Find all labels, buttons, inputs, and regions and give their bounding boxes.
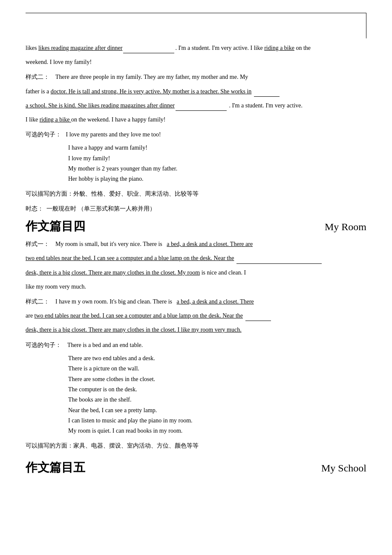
aspects-room-text: 可以描写的方面：家具、电器、摆设、室内活动、方位、颜色等等 bbox=[26, 440, 366, 451]
optional-family-section: 可选的句子： I love my parents and they love m… bbox=[26, 129, 366, 184]
optional-family-label: 可选的句子： bbox=[26, 131, 61, 138]
top-line2: weekend. I love my family! bbox=[26, 57, 366, 67]
style2-room-line3: desk, there is a big closet. There are m… bbox=[26, 324, 366, 335]
optional-room-label-line: 可选的句子： There is a bed and an end table. bbox=[26, 340, 366, 350]
bed-desk-underline: a bed, a desk and a closet. There are bbox=[167, 241, 253, 247]
optional-room-item8: My room is quiet. I can read books in my… bbox=[68, 426, 366, 436]
optional-room-items: There are two end tables and a desk. The… bbox=[68, 354, 366, 436]
blank1 bbox=[123, 53, 174, 53]
style2-room-section: 样式二： I have m y own room. It's big and c… bbox=[26, 296, 366, 335]
right-border bbox=[366, 13, 366, 38]
chapter4-header: 作文篇目四 My Room bbox=[26, 218, 366, 234]
style2-family-section: 样式二： There are three people in my family… bbox=[26, 72, 366, 125]
optional-room-item2: There is a picture on the wall. bbox=[68, 364, 366, 373]
style1-room-line4: like my room very much. bbox=[26, 281, 366, 292]
top-border bbox=[26, 13, 366, 13]
bed-desk-underline2: a bed, a desk and a closet. There bbox=[177, 298, 254, 305]
closet-underline2: desk, there is a big closet. There are m… bbox=[26, 327, 242, 333]
aspects-family-label: 可以描写的方面： bbox=[26, 191, 73, 197]
closet-underline: desk, there is a big closet. There are m… bbox=[26, 269, 200, 276]
style1-room-section: 样式一： My room is small, but it's very nic… bbox=[26, 239, 366, 292]
optional-room-label: 可选的句子： bbox=[26, 342, 61, 348]
tense-label: 时态： bbox=[26, 205, 43, 212]
aspects-room-section: 可以描写的方面：家具、电器、摆设、室内活动、方位、颜色等等 bbox=[26, 440, 366, 451]
style2-family-line3: a school. She is kind. She likes reading… bbox=[26, 100, 366, 111]
chapter5-title-cn: 作文篇目五 bbox=[26, 460, 85, 476]
optional-family-item4: Her hobby is playing the piano. bbox=[68, 174, 366, 184]
style2-family-line1: 样式二： There are three people in my family… bbox=[26, 72, 366, 82]
doctor-underline: doctor. He is tall and strong. He is ver… bbox=[51, 88, 252, 95]
style1-room-label: 样式一： bbox=[26, 241, 49, 247]
aspects-family-section: 可以描写的方面：外貌、性格、爱好、职业、周末活动、比较等等 bbox=[26, 188, 366, 199]
end-tables-underline2: two end tables near the bed. I can see a… bbox=[35, 312, 243, 319]
optional-room-item3: There are some clothes in the closet. bbox=[68, 375, 366, 384]
style2-room-label: 样式二： bbox=[26, 298, 49, 305]
optional-room-section: 可选的句子： There is a bed and an end table. … bbox=[26, 340, 366, 436]
top-line1: likes likes reading magazine after dinne… bbox=[26, 43, 366, 53]
blank3 bbox=[176, 110, 227, 111]
style2-family-label: 样式二： bbox=[26, 74, 49, 80]
tense-section: 时态： 一般现在时 （单三形式和第一人称并用） bbox=[26, 203, 366, 214]
on-the-text: on the bbox=[294, 45, 311, 51]
style2-family-line4: I like riding a bike on the weekend. I h… bbox=[26, 114, 366, 125]
school-underline: a school. She is kind. She likes reading… bbox=[26, 102, 175, 109]
blank5 bbox=[245, 321, 271, 321]
optional-family-item1: I have a happy and warm family! bbox=[68, 143, 366, 153]
student-text: . I'm a student. I'm very active. I like bbox=[175, 45, 264, 51]
aspects-family-text: 可以描写的方面：外貌、性格、爱好、职业、周末活动、比较等等 bbox=[26, 188, 366, 199]
optional-family-item2: I love my family! bbox=[68, 154, 366, 163]
style2-family-line2: father is a doctor. He is tall and stron… bbox=[26, 86, 366, 97]
optional-room-item6: Near the bed, I can see a pretty lamp. bbox=[68, 406, 366, 415]
optional-room-item4: The computer is on the desk. bbox=[68, 385, 366, 394]
blank2 bbox=[254, 96, 280, 97]
chapter4-title-en: My Room bbox=[325, 221, 366, 233]
style1-room-line1: 样式一： My room is small, but it's very nic… bbox=[26, 239, 366, 249]
content: likes likes reading magazine after dinne… bbox=[26, 17, 366, 476]
style1-room-line3: desk, there is a big closet. There are m… bbox=[26, 267, 366, 278]
aspects-room-label: 可以描写的方面： bbox=[26, 442, 73, 449]
riding-bike-underline2: riding a bike bbox=[40, 116, 71, 123]
optional-room-item1: There are two end tables and a desk. bbox=[68, 354, 366, 363]
optional-room-item7: I can listen to music and play the piano… bbox=[68, 416, 366, 425]
optional-family-item3: My mother is 2 years younger than my fat… bbox=[68, 164, 366, 173]
chapter4-title-cn: 作文篇目四 bbox=[26, 218, 85, 234]
chapter5-title-en: My School bbox=[321, 462, 366, 474]
style2-room-line2: are two end tables near the bed. I can s… bbox=[26, 310, 366, 321]
optional-family-label-line: 可选的句子： I love my parents and they love m… bbox=[26, 129, 366, 140]
likes-text: likes bbox=[26, 45, 38, 51]
optional-room-item5: The books are in the shelf. bbox=[68, 395, 366, 405]
style2-room-line1: 样式二： I have m y own room. It's big and c… bbox=[26, 296, 366, 307]
style1-room-line2: two end tables near the bed. I can see a… bbox=[26, 253, 366, 263]
blank4 bbox=[236, 263, 322, 264]
reading-magazine-underline: likes reading magazine after dinner bbox=[38, 45, 122, 51]
page: likes likes reading magazine after dinne… bbox=[0, 0, 392, 555]
riding-bike-underline: riding a bike bbox=[264, 45, 294, 51]
tense-text: 时态： 一般现在时 （单三形式和第一人称并用） bbox=[26, 203, 366, 214]
top-paragraph: likes likes reading magazine after dinne… bbox=[26, 43, 366, 67]
chapter5-header: 作文篇目五 My School bbox=[26, 460, 366, 476]
end-tables-underline: two end tables near the bed. I can see a… bbox=[26, 255, 234, 261]
optional-family-items: I have a happy and warm family! I love m… bbox=[68, 143, 366, 184]
